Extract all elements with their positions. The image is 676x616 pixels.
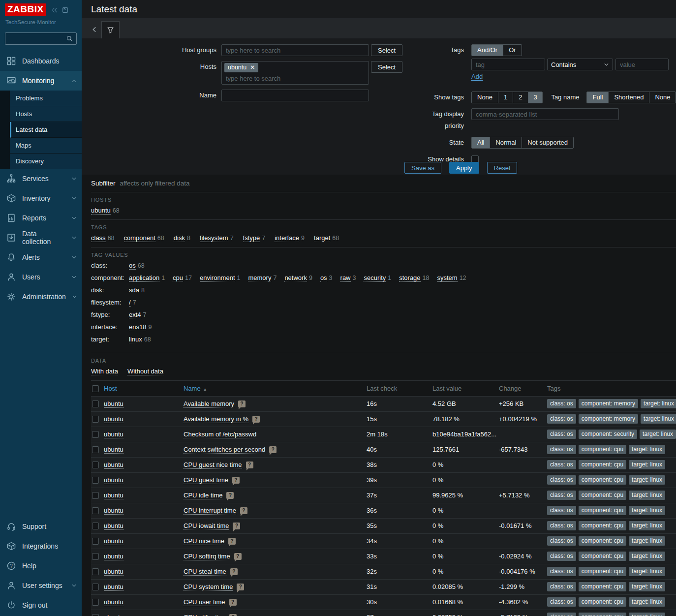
tag-chip[interactable]: component: cpu	[579, 491, 626, 500]
subfilter-link-linux[interactable]: linux	[129, 336, 142, 343]
row-checkbox[interactable]	[92, 400, 99, 407]
tag-chip[interactable]: class: os	[547, 552, 576, 561]
tag-chip[interactable]: component: cpu	[579, 567, 626, 576]
subfilter-link-raw[interactable]: raw	[340, 274, 351, 282]
subfilter-link-filesystem[interactable]: filesystem	[200, 234, 228, 242]
column-header-name[interactable]: Name▲	[184, 381, 367, 396]
subfilter-link-ubuntu[interactable]: ubuntu	[91, 207, 111, 215]
remove-host-icon[interactable]: ✕	[250, 64, 255, 71]
item-name-link[interactable]: CPU idle time	[184, 492, 222, 499]
tag-chip[interactable]: target: linux	[640, 430, 676, 439]
subfilter-link-cpu[interactable]: cpu	[173, 274, 183, 282]
help-icon[interactable]: ?	[233, 523, 240, 529]
kiosk-mode-icon[interactable]	[61, 6, 69, 14]
row-checkbox[interactable]	[92, 538, 99, 545]
segment-option-all[interactable]: All	[472, 137, 490, 148]
row-checkbox[interactable]	[92, 568, 99, 575]
column-header-host[interactable]: Host	[104, 381, 184, 396]
select-all-checkbox[interactable]	[92, 385, 99, 392]
filter-tab[interactable]	[101, 21, 120, 38]
collapse-filter-icon[interactable]	[91, 26, 98, 33]
item-name-link[interactable]: CPU softirq time	[184, 553, 230, 560]
host-link[interactable]: ubuntu	[104, 614, 123, 616]
subfilter-link-storage[interactable]: storage	[399, 274, 420, 282]
help-icon[interactable]: ?	[240, 507, 247, 514]
tag-chip[interactable]: class: os	[547, 567, 576, 576]
tag-chip[interactable]: component: memory	[579, 399, 638, 408]
row-checkbox[interactable]	[92, 477, 99, 484]
item-name-link[interactable]: CPU interrupt time	[184, 507, 236, 515]
segment-option-or[interactable]: Or	[503, 45, 521, 56]
sidebar-item-services[interactable]: Services	[0, 169, 82, 188]
tag-chip[interactable]: class: os	[547, 414, 576, 424]
subfilter-link-memory[interactable]: memory	[248, 274, 271, 282]
tag-value-input[interactable]	[615, 59, 669, 70]
item-name-link[interactable]: Checksum of /etc/passwd	[184, 431, 256, 438]
segment-option-and-or[interactable]: And/Or	[472, 45, 503, 56]
sidebar-item-discovery[interactable]: Discovery	[10, 154, 82, 169]
subfilter-link-fstype[interactable]: fstype	[243, 234, 260, 242]
help-icon[interactable]: ?	[246, 462, 253, 468]
tag-chip[interactable]: target: linux	[629, 445, 665, 454]
help-icon[interactable]: ?	[229, 614, 237, 616]
segment-option-2[interactable]: 2	[513, 92, 527, 103]
subfilter-link-class[interactable]: class	[91, 234, 106, 242]
subfilter-link-[interactable]: /	[129, 299, 131, 307]
row-checkbox[interactable]	[92, 553, 99, 560]
tag-chip[interactable]: class: os	[547, 536, 576, 546]
help-icon[interactable]: ?	[228, 538, 236, 545]
host-link[interactable]: ubuntu	[104, 461, 123, 469]
row-checkbox[interactable]	[92, 431, 99, 438]
tag-chip[interactable]: class: os	[547, 506, 576, 515]
reset-button[interactable]: Reset	[487, 162, 518, 174]
subfilter-link-disk[interactable]: disk	[174, 234, 185, 242]
sidebar-item-latest-data[interactable]: Latest data	[10, 122, 82, 138]
help-icon[interactable]: ?	[230, 568, 238, 575]
host-groups-input[interactable]	[221, 44, 369, 56]
tag-name-input[interactable]	[471, 59, 545, 70]
tag-chip[interactable]: component: cpu	[579, 613, 626, 616]
item-name-link[interactable]: Available memory	[184, 400, 234, 408]
sidebar-item-hosts[interactable]: Hosts	[10, 106, 82, 122]
host-link[interactable]: ubuntu	[104, 476, 123, 484]
host-link[interactable]: ubuntu	[104, 400, 123, 408]
help-icon[interactable]: ?	[226, 492, 234, 499]
subfilter-link-ens18[interactable]: ens18	[129, 323, 146, 331]
help-icon[interactable]: ?	[234, 553, 242, 560]
segment-option-none[interactable]: None	[649, 92, 676, 103]
tag-chip[interactable]: class: os	[547, 445, 576, 454]
host-link[interactable]: ubuntu	[104, 431, 123, 438]
add-tag-link[interactable]: Add	[471, 73, 483, 81]
sidebar-item-sign-out[interactable]: Sign out	[0, 595, 82, 615]
tag-chip[interactable]: target: linux	[629, 506, 665, 515]
tag-chip[interactable]: target: linux	[629, 475, 665, 485]
host-groups-select-button[interactable]: Select	[371, 44, 402, 56]
host-link[interactable]: ubuntu	[104, 522, 123, 530]
help-icon[interactable]: ?	[232, 477, 240, 484]
row-checkbox[interactable]	[92, 416, 99, 423]
sidebar-item-administration[interactable]: Administration	[0, 287, 82, 307]
segment-option-normal[interactable]: Normal	[490, 137, 522, 148]
help-icon[interactable]: ?	[237, 584, 244, 590]
sidebar-item-support[interactable]: Support	[0, 517, 82, 536]
tag-chip[interactable]: class: os	[547, 460, 576, 469]
segment-option-3[interactable]: 3	[528, 92, 543, 103]
tag-chip[interactable]: class: os	[547, 430, 576, 439]
sidebar-item-maps[interactable]: Maps	[10, 138, 82, 154]
tag-chip[interactable]: target: linux	[629, 597, 665, 607]
tag-chip[interactable]: component: cpu	[579, 506, 626, 515]
tag-chip[interactable]: target: linux	[629, 521, 665, 530]
tag-display-priority-input[interactable]	[471, 108, 619, 120]
segment-option-shortened[interactable]: Shortened	[608, 92, 649, 103]
row-checkbox[interactable]	[92, 584, 99, 590]
row-checkbox[interactable]	[92, 599, 99, 606]
tag-chip[interactable]: class: os	[547, 521, 576, 530]
host-link[interactable]: ubuntu	[104, 415, 123, 423]
item-name-link[interactable]: CPU utilization	[184, 614, 225, 616]
help-icon[interactable]: ?	[269, 446, 277, 453]
subfilter-link-without-data[interactable]: Without data	[127, 368, 163, 375]
hosts-select-button[interactable]: Select	[371, 61, 402, 73]
item-name-link[interactable]: CPU nice time	[184, 537, 224, 545]
host-link[interactable]: ubuntu	[104, 507, 123, 515]
segment-option-full[interactable]: Full	[587, 92, 608, 103]
